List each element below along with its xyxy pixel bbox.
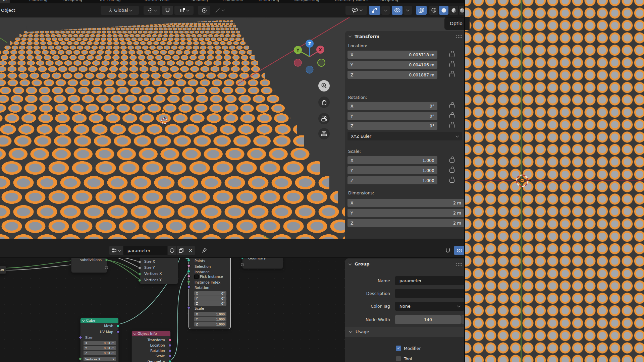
workspace-tab-uv-editing[interactable]: UV Editing xyxy=(97,0,124,3)
socket-size-y[interactable] xyxy=(138,266,141,269)
dimensions-z-field[interactable]: Z2 m xyxy=(347,219,464,227)
pan-button[interactable] xyxy=(318,97,330,108)
editor-split-handle[interactable] xyxy=(0,239,464,239)
cube-node-header[interactable]: Cube xyxy=(80,318,118,323)
color-tag-dropdown[interactable]: None xyxy=(395,302,464,311)
ortho-grid-button[interactable] xyxy=(318,128,330,139)
pick-instance-checkbox[interactable] xyxy=(194,275,199,279)
node-collapse-chevron[interactable] xyxy=(133,332,136,335)
fake-user-button[interactable] xyxy=(168,246,176,255)
camera-view-button[interactable] xyxy=(318,113,330,124)
instance-rotation-z-field[interactable]: Z0° xyxy=(194,301,226,306)
lock-icon[interactable] xyxy=(449,159,454,163)
group-name-field[interactable]: parameter xyxy=(395,276,464,285)
node-width-field[interactable]: 140 xyxy=(395,315,461,324)
rotation-mode-dropdown[interactable]: XYZ Euler xyxy=(347,132,462,140)
scale-z-field[interactable]: Z1.000 xyxy=(347,176,437,184)
cube-size-y-field[interactable]: Y0.01 m xyxy=(84,346,116,350)
workspace-tab-shading[interactable]: Shading xyxy=(189,0,211,3)
rotation-y-field[interactable]: Y0° xyxy=(347,112,437,120)
snap-settings-dropdown[interactable] xyxy=(174,6,194,15)
rotation-x-field[interactable]: X0° xyxy=(347,102,437,110)
lock-icon[interactable] xyxy=(449,169,454,173)
instance-scale-z-field[interactable]: Z1.000 xyxy=(194,322,226,326)
socket-vertices-x[interactable] xyxy=(138,273,141,276)
new-copy-button[interactable] xyxy=(177,246,186,255)
location-x-field[interactable]: X0.003718 m xyxy=(347,51,437,59)
lock-icon[interactable] xyxy=(449,179,454,183)
shading-solid-button[interactable] xyxy=(439,6,448,15)
mode-dropdown[interactable]: Object xyxy=(1,3,15,17)
editor-snap-toggle[interactable] xyxy=(443,246,452,255)
lock-icon[interactable] xyxy=(449,53,454,57)
navigation-axis-gizmo[interactable]: Z Y X xyxy=(288,37,331,76)
panel-collapse-chevron[interactable] xyxy=(348,34,352,38)
instance-scale-x-field[interactable]: X1.000 xyxy=(194,312,226,316)
workspace-tab-at[interactable]: at xyxy=(0,0,10,3)
workspace-tab-geometry-nodes[interactable]: Geometry Nodes xyxy=(331,0,371,3)
workspace-tab-scripting[interactable]: Scripting xyxy=(377,0,401,3)
proportional-falloff-dropdown[interactable] xyxy=(212,6,227,15)
snap-toggle-button[interactable] xyxy=(162,6,173,15)
transform-panel-title[interactable]: Transform xyxy=(355,34,379,39)
pin-toggle[interactable] xyxy=(199,246,209,255)
workspace-tab-animation[interactable]: Animation xyxy=(220,0,246,3)
cube-size-z-field[interactable]: Z0.01 m xyxy=(84,351,116,355)
instance-scale-y-field[interactable]: Y1.000 xyxy=(194,317,226,321)
object-info-node[interactable]: Object Info Transform Location Rotation … xyxy=(131,330,171,362)
shading-material-button[interactable] xyxy=(449,6,458,15)
socket-cube-mesh[interactable] xyxy=(116,324,119,327)
location-z-field[interactable]: Z0.001887 m xyxy=(347,71,437,79)
lock-icon[interactable] xyxy=(449,114,454,118)
zoom-button[interactable] xyxy=(318,80,330,92)
proportional-editing-toggle[interactable] xyxy=(198,6,210,15)
xray-toggle[interactable] xyxy=(416,6,427,15)
lock-icon[interactable] xyxy=(449,124,454,128)
dimensions-x-field[interactable]: X2 m xyxy=(347,199,464,207)
panel-drag-dots[interactable] xyxy=(456,263,462,266)
socket-size-x[interactable] xyxy=(138,260,141,263)
socket-objinfo-location[interactable] xyxy=(168,344,171,347)
object-type-visibility-dropdown[interactable] xyxy=(345,6,367,15)
gizmo-neg-z-ball[interactable] xyxy=(306,66,313,73)
workspace-tab-texture-paint[interactable]: Texture Paint xyxy=(141,0,173,3)
shading-rendered-button[interactable] xyxy=(459,6,464,15)
cube-size-x-field[interactable]: X0.01 m xyxy=(84,341,116,345)
socket-objinfo-transform[interactable] xyxy=(168,339,171,342)
socket-cube-vertices-x[interactable] xyxy=(79,357,82,360)
unlink-button[interactable]: × xyxy=(186,246,195,255)
clipped-node-fragment[interactable]: ter xyxy=(0,266,6,274)
lock-icon[interactable] xyxy=(449,73,454,77)
shading-wireframe-button[interactable] xyxy=(429,6,438,15)
show-gizmo-toggle[interactable] xyxy=(369,6,380,15)
rotation-z-field[interactable]: Z0° xyxy=(347,122,437,130)
workspace-tab-rendering[interactable]: Rendering xyxy=(256,0,282,3)
instance-on-points-node[interactable]: Points Selection Instance Pick Instance … xyxy=(189,255,231,329)
group-description-field[interactable] xyxy=(395,289,464,298)
socket-extension-output[interactable] xyxy=(105,266,108,269)
workspace-tab-compositing[interactable]: Compositing xyxy=(291,0,322,3)
scale-y-field[interactable]: Y1.000 xyxy=(347,166,437,174)
socket-objinfo-scale[interactable] xyxy=(168,355,171,358)
group-panel-title[interactable]: Group xyxy=(355,261,370,266)
instance-rotation-y-field[interactable]: Y0° xyxy=(194,296,226,301)
modifier-checkbox[interactable]: ✓ xyxy=(396,346,401,351)
browse-node-tree-button[interactable] xyxy=(109,246,123,255)
show-overlays-toggle[interactable] xyxy=(392,6,402,15)
socket-output-extension[interactable] xyxy=(241,263,244,266)
options-popover-button[interactable]: Optio xyxy=(444,17,470,30)
overlays-settings-dropdown[interactable] xyxy=(404,6,412,15)
panel-collapse-chevron[interactable] xyxy=(348,262,352,265)
node-collapse-chevron[interactable] xyxy=(82,319,85,322)
lock-icon[interactable] xyxy=(449,104,454,108)
editor-overlays-toggle[interactable] xyxy=(454,246,464,255)
socket-vertices-y[interactable] xyxy=(138,279,141,282)
viewport-3d-top-ortho[interactable] xyxy=(465,0,644,362)
socket-instance-index[interactable] xyxy=(187,280,190,283)
location-y-field[interactable]: Y0.004106 m xyxy=(347,61,437,69)
workspace-tab-modeling[interactable]: Modeling xyxy=(26,0,51,3)
tool-checkbox[interactable] xyxy=(396,356,401,361)
socket-objinfo-rotation[interactable] xyxy=(168,349,171,352)
socket-points[interactable] xyxy=(187,259,190,262)
socket-instance[interactable] xyxy=(187,270,190,273)
